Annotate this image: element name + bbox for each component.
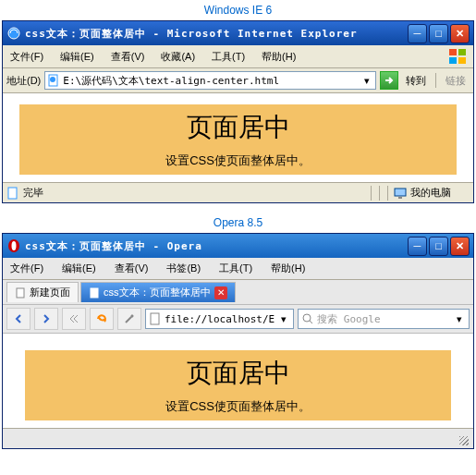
svg-rect-14 bbox=[151, 313, 159, 324]
forward-button[interactable] bbox=[34, 308, 58, 330]
page-subtext: 设置CSS使页面整体居中。 bbox=[19, 152, 457, 169]
svg-rect-4 bbox=[458, 57, 466, 64]
menu-file[interactable]: 文件(F) bbox=[6, 48, 47, 66]
address-text: E:\源代码\文本\text-align-center.html bbox=[60, 74, 360, 88]
computer-icon bbox=[394, 187, 407, 200]
page-banner: 页面居中 设置CSS使页面整体居中。 bbox=[25, 350, 451, 420]
svg-rect-3 bbox=[449, 57, 457, 64]
page-icon bbox=[47, 74, 60, 87]
page-done-icon bbox=[6, 187, 19, 200]
opera-titlebar[interactable]: css文本：页面整体居中 - Opera ─ □ ✕ bbox=[3, 234, 473, 258]
menu-tools[interactable]: 工具(T) bbox=[208, 48, 249, 66]
ie-menubar: 文件(F) 编辑(E) 查看(V) 收藏(A) 工具(T) 帮助(H) bbox=[3, 45, 473, 68]
svg-rect-9 bbox=[398, 197, 402, 199]
menu-edit[interactable]: 编辑(E) bbox=[56, 48, 98, 66]
ie-statusbar: 完毕 我的电脑 bbox=[3, 182, 473, 202]
reload-button[interactable] bbox=[90, 308, 114, 330]
menu-edit[interactable]: 编辑(E) bbox=[58, 260, 100, 277]
windows-logo-icon bbox=[447, 47, 470, 66]
menu-view[interactable]: 查看(V) bbox=[111, 260, 153, 277]
home-button[interactable] bbox=[117, 308, 141, 330]
ie-title: css文本：页面整体居中 - Microsoft Internet Explor… bbox=[25, 27, 408, 41]
ie-icon bbox=[6, 26, 21, 41]
arrow-left-icon bbox=[12, 312, 25, 325]
rewind-button[interactable] bbox=[62, 308, 86, 330]
svg-rect-12 bbox=[17, 288, 24, 298]
ie-content: 页面居中 设置CSS使页面整体居中。 bbox=[3, 93, 473, 182]
arrow-right-icon bbox=[40, 312, 53, 325]
svg-point-6 bbox=[50, 77, 55, 82]
menu-favorites[interactable]: 收藏(A) bbox=[157, 48, 199, 66]
document-icon bbox=[15, 287, 26, 298]
opera-content: 页面居中 设置CSS使页面整体居中。 bbox=[3, 334, 473, 428]
arrow-right-icon bbox=[384, 75, 395, 86]
tab-active-label: css文本：页面整体居中 bbox=[104, 286, 211, 299]
page-subtext: 设置CSS使页面整体居中。 bbox=[25, 398, 451, 415]
ie-addressbar: 地址(D) E:\源代码\文本\text-align-center.html ▾… bbox=[3, 68, 473, 93]
minimize-button[interactable]: ─ bbox=[408, 237, 427, 256]
close-button[interactable]: ✕ bbox=[450, 24, 470, 43]
back-button[interactable] bbox=[6, 308, 31, 330]
svg-rect-8 bbox=[395, 189, 406, 196]
tab-new-label: 新建页面 bbox=[30, 286, 70, 299]
search-placeholder: 搜索 Google bbox=[314, 312, 453, 326]
maximize-button[interactable]: □ bbox=[429, 24, 448, 43]
resize-grip[interactable] bbox=[455, 432, 470, 446]
status-zone: 我的电脑 bbox=[410, 186, 451, 200]
search-dropdown[interactable]: ▾ bbox=[453, 313, 466, 325]
url-dropdown[interactable]: ▾ bbox=[277, 313, 290, 325]
svg-rect-1 bbox=[449, 49, 457, 55]
ie-titlebar[interactable]: css文本：页面整体居中 - Microsoft Internet Explor… bbox=[3, 21, 473, 45]
svg-rect-13 bbox=[91, 288, 98, 298]
opera-title: css文本：页面整体居中 - Opera bbox=[25, 239, 408, 253]
opera-window: css文本：页面整体居中 - Opera ─ □ ✕ 文件(F) 编辑(E) 查… bbox=[2, 233, 474, 449]
go-button[interactable] bbox=[380, 71, 398, 90]
opera-navbar: file://localhost/E ▾ 搜索 Google ▾ bbox=[3, 305, 473, 334]
page-banner: 页面居中 设置CSS使页面整体居中。 bbox=[19, 104, 457, 175]
page-heading: 页面居中 bbox=[19, 110, 457, 145]
maximize-button[interactable]: □ bbox=[429, 237, 448, 256]
document-icon bbox=[89, 287, 100, 298]
svg-rect-7 bbox=[8, 188, 17, 199]
opera-statusbar bbox=[3, 428, 473, 448]
menu-file[interactable]: 文件(F) bbox=[6, 260, 47, 277]
search-icon bbox=[301, 312, 314, 325]
links-label[interactable]: 链接 bbox=[442, 74, 470, 88]
svg-point-15 bbox=[303, 314, 311, 322]
opera-caption: Opera 8.5 bbox=[0, 213, 476, 233]
page-heading: 页面居中 bbox=[25, 356, 451, 391]
opera-menubar: 文件(F) 编辑(E) 查看(V) 书签(B) 工具(T) 帮助(H) bbox=[3, 258, 473, 280]
reload-icon bbox=[95, 312, 108, 325]
svg-rect-2 bbox=[458, 49, 466, 55]
opera-tabbar: 新建页面 css文本：页面整体居中 ✕ bbox=[3, 280, 473, 305]
document-icon bbox=[149, 312, 162, 325]
rewind-icon bbox=[67, 312, 80, 325]
menu-help[interactable]: 帮助(H) bbox=[267, 260, 309, 277]
menu-bookmarks[interactable]: 书签(B) bbox=[163, 260, 204, 277]
ie-caption: Windows IE 6 bbox=[0, 0, 476, 20]
close-button[interactable]: ✕ bbox=[450, 237, 470, 256]
go-label: 转到 bbox=[402, 74, 430, 88]
url-input[interactable]: file://localhost/E ▾ bbox=[145, 309, 294, 329]
minimize-button[interactable]: ─ bbox=[408, 24, 427, 43]
url-text: file://localhost/E bbox=[162, 313, 277, 325]
search-input[interactable]: 搜索 Google ▾ bbox=[298, 309, 470, 329]
address-dropdown[interactable]: ▾ bbox=[360, 75, 373, 87]
ie-window: css文本：页面整体居中 - Microsoft Internet Explor… bbox=[2, 20, 474, 203]
menu-view[interactable]: 查看(V) bbox=[107, 48, 149, 66]
tab-close-button[interactable]: ✕ bbox=[214, 286, 227, 299]
address-input[interactable]: E:\源代码\文本\text-align-center.html ▾ bbox=[44, 71, 376, 90]
tab-new-page[interactable]: 新建页面 bbox=[6, 282, 79, 302]
wand-icon bbox=[123, 312, 136, 325]
menu-help[interactable]: 帮助(H) bbox=[258, 48, 299, 66]
tab-active[interactable]: css文本：页面整体居中 ✕ bbox=[80, 282, 236, 302]
status-done: 完毕 bbox=[23, 186, 365, 200]
address-label: 地址(D) bbox=[6, 74, 41, 88]
svg-point-11 bbox=[12, 241, 17, 250]
menu-tools[interactable]: 工具(T) bbox=[215, 260, 256, 277]
opera-icon bbox=[6, 238, 21, 253]
